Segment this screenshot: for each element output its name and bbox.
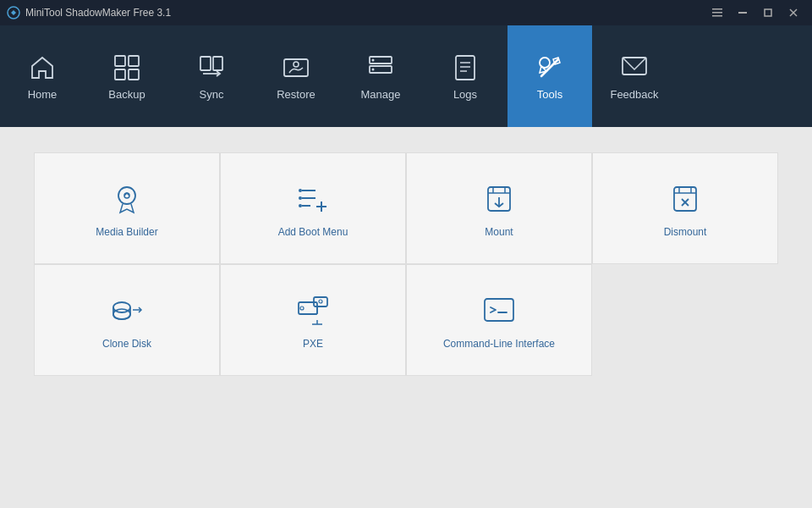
svg-rect-3 <box>712 15 722 17</box>
app-title: MiniTool ShadowMaker Free 3.1 <box>25 7 171 19</box>
svg-rect-5 <box>765 9 771 16</box>
pxe-card[interactable]: PXE <box>220 264 406 376</box>
svg-rect-52 <box>485 299 513 321</box>
svg-point-49 <box>300 306 304 310</box>
svg-rect-38 <box>674 187 696 211</box>
dismount-label: Dismount <box>664 226 707 238</box>
svg-rect-9 <box>129 56 139 66</box>
svg-rect-8 <box>115 56 125 66</box>
svg-point-20 <box>372 68 375 70</box>
svg-rect-4 <box>738 12 747 14</box>
main-content: Media Builder Add Boot Menu <box>0 127 812 508</box>
titlebar-left: MiniTool ShadowMaker Free 3.1 <box>7 6 171 19</box>
svg-rect-13 <box>213 57 222 70</box>
nav-tools-label: Tools <box>537 88 562 101</box>
svg-point-48 <box>319 300 322 303</box>
nav-backup-label: Backup <box>108 88 145 101</box>
tools-icon <box>535 52 565 83</box>
add-boot-menu-card[interactable]: Add Boot Menu <box>220 152 406 264</box>
svg-point-16 <box>294 62 299 67</box>
media-builder-icon <box>107 179 146 218</box>
nav-manage-label: Manage <box>361 88 401 101</box>
nav-restore[interactable]: Restore <box>254 25 338 127</box>
pxe-icon <box>294 290 332 329</box>
svg-rect-10 <box>115 69 125 80</box>
dismount-card[interactable]: Dismount <box>592 152 778 264</box>
clone-disk-label: Clone Disk <box>102 338 151 350</box>
home-icon <box>27 52 58 83</box>
mount-icon <box>480 179 518 218</box>
svg-point-27 <box>118 187 135 204</box>
svg-rect-21 <box>456 56 475 80</box>
svg-rect-11 <box>129 69 139 80</box>
mount-card[interactable]: Mount <box>406 152 592 264</box>
svg-point-42 <box>113 309 130 319</box>
svg-point-34 <box>299 204 302 207</box>
svg-point-32 <box>299 196 302 200</box>
svg-point-30 <box>299 189 302 192</box>
menu-button[interactable] <box>705 4 729 21</box>
logs-icon <box>450 52 480 83</box>
minimize-button[interactable] <box>731 4 754 21</box>
nav-home[interactable]: Home <box>0 25 85 127</box>
nav-feedback-label: Feedback <box>610 88 658 101</box>
dismount-icon <box>666 179 705 218</box>
restore-icon <box>281 52 311 83</box>
cli-icon <box>480 290 518 329</box>
tools-row2: Clone Disk PXE <box>34 264 778 376</box>
nav-manage[interactable]: Manage <box>338 25 423 127</box>
app-logo <box>7 6 20 19</box>
sync-icon <box>196 52 227 83</box>
mount-label: Mount <box>485 226 513 238</box>
svg-rect-1 <box>712 8 722 10</box>
media-builder-label: Media Builder <box>96 226 157 238</box>
svg-rect-26 <box>623 58 646 75</box>
pxe-label: PXE <box>303 338 323 350</box>
nav-tools[interactable]: Tools <box>508 25 592 127</box>
close-button[interactable] <box>782 4 805 21</box>
nav-restore-label: Restore <box>277 88 315 101</box>
feedback-icon <box>619 52 650 83</box>
clone-disk-icon <box>107 290 146 329</box>
svg-point-19 <box>372 58 375 61</box>
nav-sync[interactable]: Sync <box>169 25 254 127</box>
nav-backup[interactable]: Backup <box>85 25 169 127</box>
window-controls <box>705 4 805 21</box>
nav-logs[interactable]: Logs <box>423 25 508 127</box>
svg-rect-12 <box>200 57 211 70</box>
svg-rect-2 <box>712 12 722 14</box>
titlebar: MiniTool ShadowMaker Free 3.1 <box>0 0 812 25</box>
media-builder-card[interactable]: Media Builder <box>34 152 220 264</box>
nav-sync-label: Sync <box>200 88 224 101</box>
navbar: Home Backup Sync Restore <box>0 25 812 127</box>
manage-icon <box>365 52 396 83</box>
clone-disk-card[interactable]: Clone Disk <box>34 264 220 376</box>
add-boot-menu-icon <box>294 179 332 218</box>
nav-home-label: Home <box>28 88 58 101</box>
restore-button[interactable] <box>756 4 780 21</box>
nav-feedback[interactable]: Feedback <box>592 25 677 127</box>
nav-logs-label: Logs <box>453 88 477 101</box>
empty-slot <box>592 264 778 376</box>
tools-grid: Media Builder Add Boot Menu <box>34 152 778 376</box>
cli-card[interactable]: Command-Line Interface <box>406 264 592 376</box>
tools-row1: Media Builder Add Boot Menu <box>34 152 778 264</box>
add-boot-menu-label: Add Boot Menu <box>278 226 348 238</box>
cli-label: Command-Line Interface <box>443 338 555 350</box>
backup-icon <box>112 52 142 83</box>
